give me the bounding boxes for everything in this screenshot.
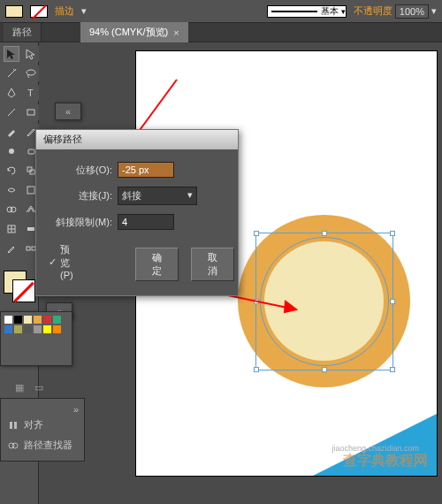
type-tool[interactable]: T <box>23 85 39 101</box>
handle-n[interactable] <box>322 231 327 236</box>
chevron-down-icon: ▾ <box>187 189 193 202</box>
stroke-style-value: 基本 <box>321 5 339 18</box>
stroke-swatch[interactable] <box>30 5 48 18</box>
direct-selection-tool[interactable] <box>23 46 39 62</box>
selection-bounding-box[interactable] <box>255 233 393 370</box>
svg-rect-14 <box>27 227 34 231</box>
offset-path-dialog: 偏移路径 位移(O): 连接(J): 斜接 ▾ 斜接限制(M): ✓ 预览(P)… <box>35 129 239 296</box>
fill-swatch[interactable] <box>5 5 23 18</box>
svg-point-24 <box>12 443 18 448</box>
handle-e[interactable] <box>390 299 395 304</box>
document-tabs: 路径 94% (CMYK/预览) × <box>0 23 442 42</box>
stroke-style-dropdown[interactable]: 基本▾ <box>267 5 347 18</box>
swatch-color[interactable] <box>24 325 32 333</box>
swatches-panel[interactable] <box>0 311 72 366</box>
check-icon: ✓ <box>49 256 57 268</box>
handle-w[interactable] <box>254 299 259 304</box>
swatch-color[interactable] <box>14 325 22 333</box>
align-label: 对齐 <box>24 418 43 431</box>
preview-label: 预览(P) <box>60 243 73 280</box>
svg-point-10 <box>11 207 16 212</box>
svg-rect-5 <box>28 149 34 154</box>
dialog-titlebar[interactable]: 偏移路径 <box>36 130 238 149</box>
lasso-tool[interactable] <box>23 65 39 81</box>
selection-tool[interactable] <box>4 46 19 62</box>
miter-input[interactable] <box>118 214 174 230</box>
stroke-label[interactable]: 描边 <box>55 4 74 18</box>
panel-icon-1[interactable]: ▦ <box>12 380 27 395</box>
swatch-color[interactable] <box>34 316 42 324</box>
swatch-color[interactable] <box>4 316 12 324</box>
handle-nw[interactable] <box>254 231 259 236</box>
opacity-label: 不透明度 <box>354 4 392 18</box>
join-select[interactable]: 斜接 ▾ <box>118 187 197 205</box>
swatch-color[interactable] <box>34 325 42 333</box>
options-bar: 描边 ▾ 基本▾ 不透明度 100% ▾ <box>0 0 442 23</box>
cancel-button[interactable]: 取消 <box>191 248 234 281</box>
collapsed-panel-1[interactable]: « <box>55 103 81 120</box>
close-icon[interactable]: × <box>173 27 179 38</box>
svg-text:T: T <box>27 88 34 98</box>
svg-rect-21 <box>10 422 12 429</box>
stroke-weight-caret[interactable]: ▾ <box>81 5 87 17</box>
swatch-color[interactable] <box>4 325 12 333</box>
document-tab[interactable]: 94% (CMYK/预览) × <box>80 22 188 42</box>
swatch-color[interactable] <box>53 316 61 324</box>
panel-mini-icons: ▦ ▭ <box>12 380 46 395</box>
pathfinder-panel-item[interactable]: 路径查找器 <box>1 435 84 455</box>
swatch-color[interactable] <box>53 325 61 333</box>
swatch-color[interactable] <box>43 316 51 324</box>
rotate-tool[interactable] <box>4 163 19 179</box>
preview-checkbox[interactable]: ✓ 预览(P) <box>49 243 73 280</box>
swatch-color[interactable] <box>14 316 22 324</box>
handle-sw[interactable] <box>254 367 259 372</box>
offset-input[interactable] <box>118 162 174 178</box>
fill-stroke-indicator[interactable] <box>0 269 38 306</box>
eyedropper-tool[interactable] <box>4 241 19 256</box>
document-title: 94% (CMYK/预览) <box>89 26 168 39</box>
ok-button[interactable]: 确定 <box>135 248 179 281</box>
swatch-color[interactable] <box>43 325 51 333</box>
pathfinder-panel: » 对齐 路径查找器 <box>0 398 85 462</box>
rectangle-tool[interactable] <box>23 104 39 120</box>
svg-point-4 <box>9 149 14 154</box>
line-tool[interactable] <box>4 104 19 120</box>
opacity-control[interactable]: 不透明度 100% ▾ <box>354 4 437 19</box>
swatch-color[interactable] <box>24 316 32 324</box>
collapse-icon: « <box>65 106 71 117</box>
svg-rect-15 <box>27 247 30 250</box>
paintbrush-tool[interactable] <box>4 124 19 140</box>
join-value: 斜接 <box>122 189 141 202</box>
pen-tool[interactable] <box>4 85 19 101</box>
handle-s[interactable] <box>322 367 327 372</box>
stroke-color[interactable] <box>12 279 35 302</box>
svg-rect-8 <box>27 187 34 194</box>
watermark-text: 查字典教程网 <box>343 452 428 470</box>
join-label: 连接(J): <box>49 189 112 202</box>
mesh-tool[interactable] <box>4 221 19 237</box>
pathfinder-label: 路径查找器 <box>24 439 72 452</box>
expand-icon[interactable]: » <box>1 404 84 415</box>
panel-tab-path[interactable]: 路径 <box>4 23 42 42</box>
svg-rect-22 <box>14 422 17 429</box>
shape-builder-tool[interactable] <box>4 202 19 218</box>
panel-icon-2[interactable]: ▭ <box>32 380 46 395</box>
svg-rect-3 <box>27 110 34 115</box>
handle-se[interactable] <box>390 367 395 372</box>
magic-wand-tool[interactable] <box>4 65 19 81</box>
handle-ne[interactable] <box>390 231 395 236</box>
width-tool[interactable] <box>4 182 19 198</box>
opacity-value: 100% <box>395 4 429 19</box>
svg-line-2 <box>8 109 15 116</box>
miter-label: 斜接限制(M): <box>49 216 112 229</box>
blob-brush-tool[interactable] <box>4 143 19 159</box>
offset-label: 位移(O): <box>49 164 112 177</box>
align-panel-item[interactable]: 对齐 <box>1 415 84 435</box>
